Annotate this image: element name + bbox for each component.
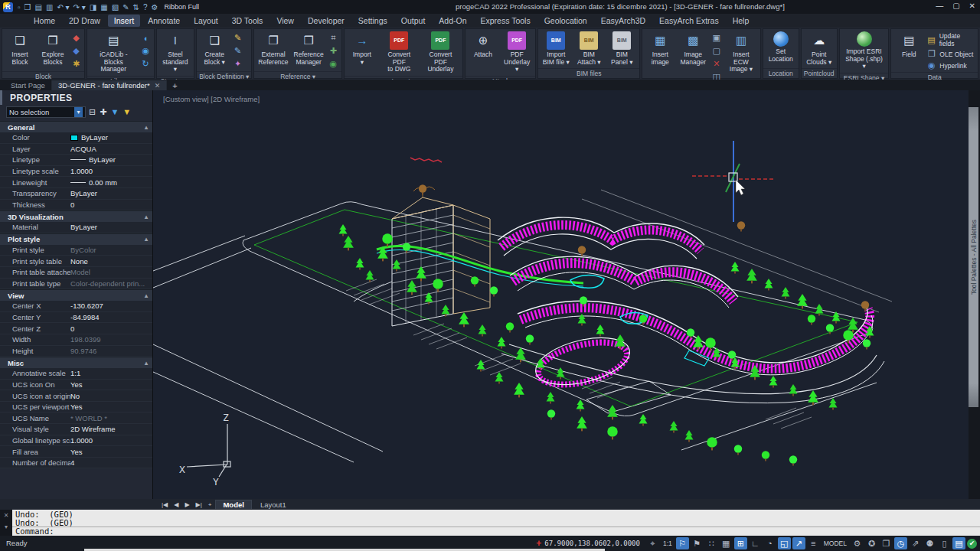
property-row[interactable]: ColorByLayer [0, 132, 152, 144]
tab-insert[interactable]: Insert [108, 15, 140, 27]
property-value[interactable]: 0 [70, 201, 152, 209]
property-row[interactable]: Annotative scale1:1 [0, 368, 152, 380]
moon-icon[interactable]: ◖ [140, 32, 152, 44]
minimize-button[interactable]: — [936, 2, 943, 10]
layout-tab-model[interactable]: Model [215, 500, 251, 509]
polar-tracking-icon[interactable]: ◔ [763, 537, 776, 549]
layout-nav-button[interactable]: ◀ [172, 501, 181, 508]
section-header-3d-visualization[interactable]: 3D Visualization▴ [0, 210, 152, 222]
layout-nav-button[interactable]: ▶| [194, 501, 204, 508]
manage-attributes-icon[interactable]: ✦ [232, 58, 243, 70]
property-value[interactable]: Yes [70, 448, 152, 456]
steel-standard-button[interactable]: ISteel standard ▾ [159, 31, 191, 74]
import-button[interactable]: →Import ▾ [347, 31, 377, 67]
clipboard-icon[interactable]: ⌗ [328, 32, 339, 44]
insert-block-button[interactable]: ❏Insert Block [5, 31, 35, 67]
import-bim-file-button[interactable]: BIMImport BIM file ▾ [541, 31, 571, 67]
hyperlink-button[interactable]: ◉Hyperlink [926, 60, 975, 70]
property-value[interactable]: 198.0399 [70, 335, 152, 344]
property-value[interactable]: -84.9984 [70, 313, 152, 321]
property-row[interactable]: TransparencyByLayer [0, 188, 152, 200]
sheet-icon[interactable]: ▧ [112, 3, 119, 11]
property-row[interactable]: Visual style2D Wireframe [0, 424, 152, 435]
ribbon-group-label[interactable]: Pointcloud [802, 68, 837, 78]
set-location-button[interactable]: Set Location [766, 31, 796, 64]
world-icon[interactable]: ◉ [140, 45, 152, 57]
ribbon-group-label[interactable]: Location [763, 68, 799, 78]
document-tab[interactable]: Start Page [5, 80, 52, 90]
attach-button[interactable]: ⊕Attach [468, 31, 498, 60]
clock-icon[interactable]: ◷ [894, 537, 907, 549]
reference-manager-button[interactable]: ❒Reference Manager [292, 31, 325, 67]
tab-output[interactable]: Output [395, 15, 432, 27]
layout-nav-button[interactable]: |◀ [159, 501, 170, 508]
annotation-visibility-icon[interactable]: ⚐ [676, 537, 689, 549]
tab-annotate[interactable]: Annotate [142, 15, 186, 27]
plot-preview-icon[interactable]: ◨ [90, 3, 96, 11]
sync-icon[interactable]: ⇅ [133, 3, 139, 11]
image-detach-icon[interactable]: ✕ [710, 58, 722, 70]
refresh-icon[interactable]: ↻ [140, 58, 152, 70]
property-value[interactable]: 1.0000 [70, 167, 152, 175]
open-icon[interactable]: ❒ [24, 3, 31, 11]
performance-icon[interactable]: ⇗ [909, 537, 922, 549]
property-value[interactable]: 1:1 [70, 369, 152, 377]
property-row[interactable]: UCS per viewportYes [0, 402, 152, 413]
property-row[interactable]: LinetypeByLayer [0, 155, 152, 166]
external-reference-button[interactable]: ❐External Reference [256, 31, 289, 67]
tab-layout[interactable]: Layout [188, 15, 224, 27]
ribbon-mode-label[interactable]: Ribbon Full [164, 3, 199, 11]
tab-add-on[interactable]: Add-On [433, 15, 472, 27]
settings-gear-icon[interactable]: ⚙ [152, 3, 158, 11]
grid-icon[interactable]: ▦ [720, 537, 733, 549]
tool-palette-strip[interactable]: Tool Palettes - All Palettes [969, 107, 978, 407]
tab-view[interactable]: View [270, 15, 300, 27]
ribbon-group-label[interactable]: Block Definition ▾ [197, 71, 251, 80]
section-header-plot-style[interactable]: Plot style▴ [0, 233, 152, 245]
brush-icon[interactable]: ✎ [122, 3, 129, 11]
property-row[interactable]: Print table typeColor-dependent prin... [0, 279, 152, 290]
app-logo[interactable]: R [3, 2, 13, 12]
filter-icon[interactable]: ▼ [110, 107, 119, 117]
restore-button[interactable]: ▢ [952, 2, 959, 10]
property-value[interactable]: ACQUA [70, 145, 152, 153]
convert-pdf-to-dwg-button[interactable]: PDFConvert PDF to DWG [380, 31, 419, 74]
wipeout-icon[interactable]: ◆ [70, 32, 82, 44]
quick-select-tree-icon[interactable]: ⊟ [89, 107, 96, 117]
update-fields-button[interactable]: ▤Update fields [926, 32, 975, 47]
redo-icon[interactable]: ↷ ▾ [74, 3, 86, 11]
tab-geolocation[interactable]: Geolocation [538, 15, 593, 27]
viewport-label[interactable]: [Custom view] [2D Wireframe] [163, 95, 260, 103]
drawing-viewport[interactable]: Z X Y [Custom view] [2D Wireframe] [153, 90, 969, 499]
point-clouds-button[interactable]: ☁Point Clouds ▾ [804, 31, 835, 67]
section-header-misc[interactable]: Misc▴ [0, 357, 152, 368]
annotation-scale-text[interactable]: 1:1 [661, 540, 675, 547]
document-tab[interactable]: 3D-GENER - fare fullrender*✕ [52, 80, 167, 90]
property-value[interactable]: No [70, 392, 152, 400]
property-row[interactable]: Print table attached toModel [0, 267, 152, 279]
palette-icon[interactable]: ▯ [938, 537, 951, 549]
tab-easyarch3d[interactable]: EasyArch3D [595, 15, 652, 27]
property-value[interactable]: 1.0000 [70, 436, 152, 445]
property-row[interactable]: Height90.9746 [0, 346, 152, 357]
property-value[interactable]: * WORLD * [70, 414, 152, 422]
annotation-autoscale-icon[interactable]: ⚑ [691, 537, 704, 549]
property-value[interactable]: -130.6207 [70, 302, 152, 310]
icadlib-blocks-manager-button[interactable]: ▤iCADLib - Blocks Manager [90, 31, 138, 74]
property-value[interactable]: None [70, 257, 152, 266]
annotation-scale-icon[interactable]: ⌖ [646, 537, 659, 549]
property-row[interactable]: Global linetype scale1.0000 [0, 435, 152, 447]
bim-panel-button[interactable]: BIMBIM Panel ▾ [606, 31, 637, 67]
layout-nav-button[interactable]: + [206, 501, 214, 508]
attach-plus-icon[interactable]: ✚ [328, 45, 339, 57]
coordinates-readout[interactable]: 67.9000,138.0602,0.0000 [544, 540, 640, 547]
property-row[interactable]: Print style tableNone [0, 256, 152, 267]
save-all-icon[interactable]: ▥ [46, 3, 53, 11]
print-icon[interactable]: ▦ [100, 3, 107, 11]
property-value[interactable]: ByLayer [70, 223, 152, 231]
insert-image-button[interactable]: ▦Insert image [645, 31, 675, 67]
revision-cloud-icon[interactable]: ◆ [70, 45, 82, 57]
ribbon-group-label[interactable]: Block [2, 71, 84, 80]
tab-2d-draw[interactable]: 2D Draw [63, 15, 106, 27]
property-row[interactable]: Width198.0399 [0, 334, 152, 346]
